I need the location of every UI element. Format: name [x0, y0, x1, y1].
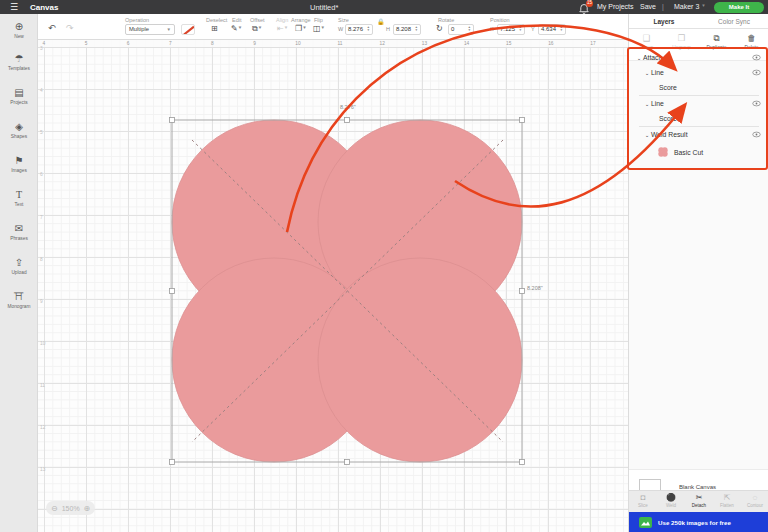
group-icon: ❑: [629, 33, 664, 44]
sidebar-item-projects[interactable]: ▤Projects: [0, 84, 38, 114]
slice-button[interactable]: ◘Slice: [629, 491, 657, 512]
operation-select[interactable]: Multiple▼: [125, 24, 175, 35]
shapes-blob-icon: ◈: [0, 120, 38, 133]
zoom-level: 150%: [62, 505, 80, 512]
chevron-down-icon[interactable]: ⌄: [635, 55, 643, 61]
flip-icon[interactable]: ◫▼: [313, 24, 325, 33]
eye-visibility-icon[interactable]: [752, 100, 761, 107]
weld-button[interactable]: ⚫Weld: [657, 491, 685, 512]
ruler-h-number: 12: [380, 41, 385, 46]
edit-pencil-icon[interactable]: ✎▼: [231, 24, 242, 33]
chevron-down-icon[interactable]: ⌄: [643, 101, 651, 107]
width-field[interactable]: 8.276▲▼: [345, 24, 373, 35]
contour-button[interactable]: ◌Contour: [741, 491, 768, 512]
my-projects-link[interactable]: My Projects: [597, 3, 634, 10]
promo-banner[interactable]: Use 250k images for free: [629, 512, 768, 532]
sidebar-item-upload[interactable]: ⇪Upload: [0, 254, 38, 284]
notification-badge: 15: [586, 0, 593, 7]
eye-visibility-icon[interactable]: [752, 131, 761, 138]
text-T-icon: T: [0, 188, 38, 201]
sidebar-item-new[interactable]: ⊕New: [0, 18, 38, 48]
zoom-in-icon[interactable]: ⊕: [84, 504, 91, 513]
chevron-down-icon[interactable]: ⌄: [643, 70, 651, 76]
x-letter: X: [490, 26, 494, 32]
align-label: Align: [276, 17, 288, 23]
layer-row-weld-result[interactable]: ⌄ Weld Result: [629, 127, 768, 142]
operation-label: Operation: [125, 17, 149, 23]
stepper-icon[interactable]: ▲▼: [415, 26, 418, 31]
monogram-icon: ⛩: [0, 290, 38, 303]
flatten-icon: ⇱: [713, 493, 741, 503]
ruler-h-number: 17: [590, 41, 595, 46]
rotate-icon[interactable]: ↻: [436, 24, 443, 33]
weld-icon: ⚫: [657, 493, 685, 503]
trash-icon: 🗑: [734, 33, 768, 44]
ruler-v-number: 6: [40, 172, 43, 177]
ruler-v-number: 10: [40, 341, 45, 346]
ruler-h-number: 13: [422, 41, 427, 46]
hamburger-menu-icon[interactable]: ☰: [10, 2, 18, 12]
duplicate-icon: ⧉: [699, 33, 734, 44]
ruler-v-number: 12: [40, 425, 45, 430]
offset-icon[interactable]: ⧉▼: [252, 24, 262, 34]
document-title[interactable]: Untitled*: [310, 3, 338, 12]
tab-color-sync[interactable]: Color Sync: [699, 14, 768, 28]
height-field[interactable]: 8.208▲▼: [393, 24, 421, 35]
pen-color-swatch[interactable]: [181, 24, 195, 35]
ruler-h-number: 10: [295, 41, 300, 46]
zoom-out-icon[interactable]: ⊖: [51, 504, 58, 513]
stepper-icon[interactable]: ▲▼: [367, 26, 370, 31]
templates-shirt-icon: ☂: [0, 52, 38, 65]
ruler-h-number: 6: [127, 41, 130, 46]
stepper-icon[interactable]: ▲▼: [468, 26, 471, 31]
sidebar-item-text[interactable]: TText: [0, 186, 38, 216]
make-it-button[interactable]: Make It: [714, 2, 764, 13]
width-letter: W: [338, 26, 343, 32]
sidebar-item-templates[interactable]: ☂Templates: [0, 50, 38, 80]
sidebar-item-monogram[interactable]: ⛩Monogram: [0, 288, 38, 318]
top-header: ☰ Canvas Untitled* 15 My Projects Save |…: [0, 0, 768, 14]
redo-icon[interactable]: ↷: [66, 23, 74, 33]
layers-panel: Layers Color Sync ❑Group ❒Ungroup ⧉Dupli…: [628, 14, 768, 532]
layer-row-score-1[interactable]: Score: [629, 80, 768, 95]
new-plus-icon: ⊕: [0, 20, 38, 33]
ruler-h-number: 14: [464, 41, 469, 46]
sidebar-item-shapes[interactable]: ◈Shapes: [0, 118, 38, 148]
aspect-lock-icon[interactable]: 🔒: [377, 18, 385, 25]
upload-arrow-icon: ⇪: [0, 256, 38, 269]
images-photo-icon: ⚑: [0, 154, 38, 167]
rotate-field[interactable]: 0▲▼: [448, 24, 474, 35]
machine-selector[interactable]: Maker 3 ▼: [674, 3, 706, 10]
promo-banner-text: Use 250k images for free: [658, 519, 731, 526]
save-link[interactable]: Save: [640, 3, 656, 10]
ruler-h-number: 7: [169, 41, 172, 46]
layer-row-line-1[interactable]: ⌄ Line: [629, 65, 768, 80]
arrange-icon[interactable]: ❐▼: [295, 24, 307, 33]
projects-board-icon: ▤: [0, 86, 38, 99]
cricut-design-space: 456789101112131415161718345678910111213 …: [0, 0, 768, 532]
align-icon[interactable]: ⇤▼: [277, 24, 288, 33]
deselect-icon[interactable]: ⊞: [211, 24, 218, 33]
layer-row-line-2[interactable]: ⌄ Line: [629, 96, 768, 111]
ruler-v-number: 11: [40, 383, 45, 388]
layer-row-basic-cut[interactable]: Basic Cut: [629, 142, 768, 162]
sidebar-item-phrases[interactable]: ✉Phrases: [0, 220, 38, 250]
position-y-field[interactable]: 4.634▲▼: [538, 24, 566, 35]
sidebar-item-images[interactable]: ⚑Images: [0, 152, 38, 182]
stepper-icon[interactable]: ▲▼: [560, 26, 563, 31]
flatten-button[interactable]: ⇱Flatten: [713, 491, 741, 512]
layer-row-attach[interactable]: ⌄ Attach: [629, 50, 768, 65]
layer-row-score-2[interactable]: Score: [629, 111, 768, 126]
ruler-v-number: 3: [40, 46, 43, 51]
detach-button[interactable]: ✂Detach: [685, 491, 713, 512]
undo-icon[interactable]: ↶: [48, 23, 56, 33]
stepper-icon[interactable]: ▲▼: [519, 26, 522, 31]
ruler-h-number: 8: [211, 41, 214, 46]
eye-visibility-icon[interactable]: [752, 69, 761, 76]
panel-tabs: Layers Color Sync: [629, 14, 768, 29]
position-x-field[interactable]: 7.125▲▼: [497, 24, 525, 35]
eye-visibility-icon[interactable]: [752, 54, 761, 61]
tab-layers[interactable]: Layers: [629, 14, 699, 28]
chevron-down-icon[interactable]: ⌄: [643, 132, 651, 138]
chevron-down-icon: ▼: [167, 27, 171, 32]
